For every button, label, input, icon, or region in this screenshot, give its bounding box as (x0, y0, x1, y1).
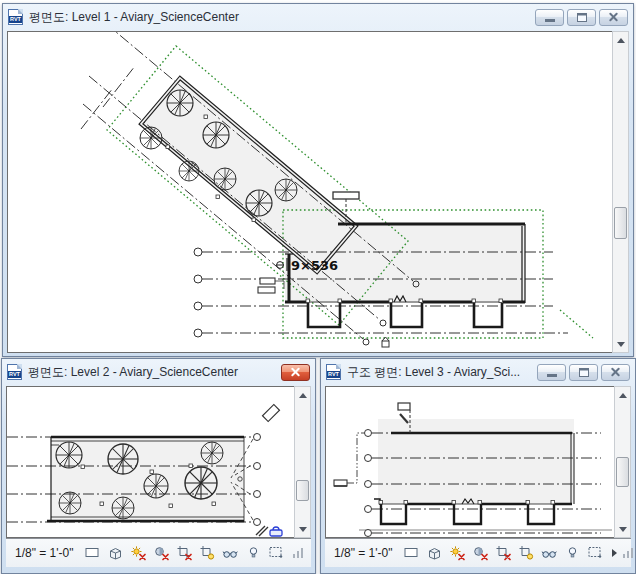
arrow-up-icon (299, 393, 307, 398)
close-icon (611, 367, 621, 377)
arrow-up-icon (617, 38, 625, 43)
temporary-view-properties-icon[interactable] (268, 545, 285, 561)
vertical-scrollbar[interactable] (612, 31, 629, 353)
shadows-off-icon[interactable] (472, 545, 489, 561)
vertical-scrollbar[interactable] (294, 386, 311, 538)
view-scale-button[interactable]: 1/8" = 1'-0" (334, 546, 393, 560)
window-level1[interactable]: RVT 평면도: Level 1 - Aviary_ScienceCenter (2, 3, 634, 357)
window-level2[interactable]: RVT 평면도: Level 2 - Aviary_ScienceCenter (1, 358, 316, 574)
scroll-up-button[interactable] (613, 32, 628, 48)
floor-plan-level2 (7, 387, 295, 537)
close-button[interactable] (599, 9, 628, 26)
show-crop-region-icon[interactable] (518, 545, 535, 561)
rvt-document-icon: RVT (8, 9, 23, 25)
scroll-down-button[interactable] (613, 336, 628, 352)
floor-plan-level1: 9×536 (8, 32, 613, 352)
close-icon (609, 12, 619, 22)
grid-bubbles (254, 434, 261, 526)
titlebar-level3[interactable]: RVT 구조 평면: Level 3 - Aviary_Sci... (321, 359, 635, 385)
window-title: 평면도: Level 2 - Aviary_ScienceCenter (28, 364, 275, 381)
visual-style-icon[interactable] (426, 545, 443, 561)
drawing-canvas-level3[interactable] (325, 386, 616, 538)
visual-style-icon[interactable] (107, 545, 124, 561)
rotated-marker (263, 405, 280, 422)
crop-view-off-icon[interactable] (495, 545, 512, 561)
restore-button[interactable] (569, 364, 598, 381)
scroll-down-button[interactable] (615, 521, 630, 537)
arrow-up-icon (619, 393, 627, 398)
restore-icon (579, 368, 589, 377)
arrow-down-icon (619, 527, 627, 532)
detail-level-icon[interactable] (84, 545, 101, 561)
scroll-up-button[interactable] (295, 387, 310, 403)
scroll-up-button[interactable] (615, 387, 630, 403)
window-level3[interactable]: RVT 구조 평면: Level 3 - Aviary_Sci... (320, 358, 636, 574)
window-title: 구조 평면: Level 3 - Aviary_Sci... (347, 364, 531, 381)
titlebar-level2[interactable]: RVT 평면도: Level 2 - Aviary_ScienceCenter (2, 359, 315, 385)
resize-grip[interactable] (293, 548, 305, 558)
minimize-button[interactable] (535, 9, 564, 26)
scroll-down-button[interactable] (295, 521, 310, 537)
restore-icon (577, 13, 587, 22)
drawing-canvas-level1[interactable]: 9×536 (7, 31, 613, 353)
structural-plan-level3 (326, 387, 615, 537)
titlebar-level1[interactable]: RVT 평면도: Level 1 - Aviary_ScienceCenter (3, 4, 633, 30)
vertical-scrollbar[interactable] (614, 386, 631, 538)
grid-bubbles (194, 248, 202, 337)
view-control-bar: 1/8" = 1'-0" (6, 538, 311, 567)
reveal-hidden-elements-icon[interactable] (245, 545, 262, 561)
door-tag (258, 278, 284, 293)
close-button[interactable] (281, 364, 310, 381)
sun-path-off-icon[interactable] (449, 545, 466, 561)
show-crop-region-icon[interactable] (199, 545, 216, 561)
temporary-hide-isolate-icon[interactable] (222, 545, 239, 561)
minimize-button[interactable] (537, 364, 566, 381)
scrollbar-thumb[interactable] (616, 457, 629, 487)
spot-annotation-icons (256, 526, 282, 536)
sun-path-off-icon[interactable] (130, 545, 147, 561)
minimize-icon (547, 374, 557, 377)
toolbar-overflow-arrow-icon[interactable] (612, 549, 617, 557)
rvt-document-icon: RVT (326, 364, 341, 380)
grid-bubbles (365, 430, 372, 537)
scrollbar-thumb[interactable] (296, 480, 309, 501)
reveal-hidden-elements-icon[interactable] (564, 545, 581, 561)
temporary-hide-isolate-icon[interactable] (541, 545, 558, 561)
resize-grip[interactable] (623, 548, 635, 558)
minimize-icon (545, 19, 555, 22)
drawing-canvas-level2[interactable] (6, 386, 296, 538)
elevation-marker (334, 433, 364, 486)
scrollbar-thumb[interactable] (614, 207, 627, 239)
view-scale-button[interactable]: 1/8" = 1'-0" (15, 546, 74, 560)
close-button[interactable] (601, 364, 630, 381)
window-title: 평면도: Level 1 - Aviary_ScienceCenter (29, 9, 529, 26)
close-icon (291, 367, 301, 377)
arrow-down-icon (617, 342, 625, 347)
temporary-view-properties-icon[interactable] (587, 545, 604, 561)
svg-text:9×536: 9×536 (291, 258, 338, 273)
shadows-off-icon[interactable] (153, 545, 170, 561)
view-control-bar: 1/8" = 1'-0" (325, 538, 631, 567)
restore-button[interactable] (567, 9, 596, 26)
rvt-document-icon: RVT (7, 364, 22, 380)
arrow-down-icon (299, 527, 307, 532)
crop-view-off-icon[interactable] (176, 545, 193, 561)
detail-level-icon[interactable] (403, 545, 420, 561)
